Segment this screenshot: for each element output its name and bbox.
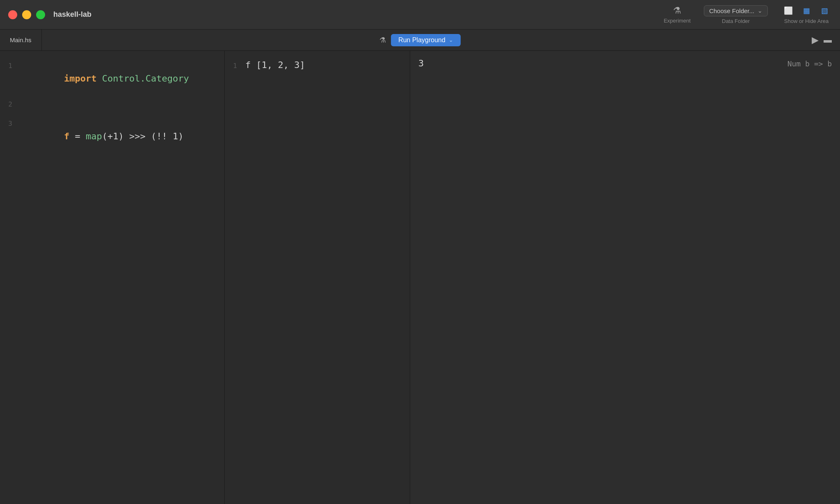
line-number-3: 3 <box>0 120 21 127</box>
titlebar: haskell-lab ⚗ Experiment Choose Folder..… <box>0 0 840 30</box>
func-map: map <box>86 131 102 141</box>
experiment-label: Experiment <box>664 18 691 24</box>
minimize-button[interactable] <box>22 10 31 19</box>
app-title: haskell-lab <box>53 10 91 19</box>
data-folder-button[interactable]: Choose Folder... ⌄ Data Folder <box>704 5 768 24</box>
traffic-lights <box>8 10 45 19</box>
output-panel: 3 Num b => b <box>410 51 840 504</box>
playground-panel[interactable]: 1 f [1, 2, 3] <box>225 51 410 504</box>
choose-folder-text: Choose Folder... <box>709 7 754 14</box>
playground-line-number-1: 1 <box>225 62 245 70</box>
experiment-icon: ⚗ <box>673 5 681 16</box>
code-line-2: 2 <box>0 100 224 115</box>
module-name: Control.Category <box>102 73 189 84</box>
file-tab-label: Main.hs <box>10 36 32 43</box>
func-def-name: f <box>64 131 69 141</box>
line-number-1: 1 <box>0 62 21 70</box>
flask-small-icon: ⚗ <box>379 36 386 45</box>
toolbar-right: ▶ ▬ <box>812 35 832 45</box>
playground-line-content-1: f [1, 2, 3] <box>245 58 305 72</box>
output-value-1: 3 <box>418 58 424 68</box>
experiment-button[interactable]: ⚗ Experiment <box>664 5 691 24</box>
file-tab[interactable]: Main.hs <box>0 30 42 50</box>
panel-icon-1[interactable]: ⬜ <box>781 5 796 16</box>
output-line-1: 3 Num b => b <box>410 57 840 73</box>
run-playground-chevron-icon: ⌄ <box>449 37 453 43</box>
toolbar-center: ⚗ Run Playground ⌄ <box>379 34 461 46</box>
line-content-1: import Control.Category <box>21 58 189 99</box>
maximize-button[interactable] <box>36 10 45 19</box>
line-number-2: 2 <box>0 100 21 108</box>
panel-icon-3[interactable]: ▧ <box>817 5 832 16</box>
playground-line-1: 1 f [1, 2, 3] <box>225 57 410 73</box>
titlebar-actions: ⚗ Experiment Choose Folder... ⌄ Data Fol… <box>664 5 832 24</box>
code-line-1: 1 import Control.Category <box>0 57 224 100</box>
toolbar: Main.hs ⚗ Run Playground ⌄ ▶ ▬ <box>0 30 840 51</box>
editor-panel[interactable]: 1 import Control.Category 2 3 f = map(+1… <box>0 51 225 504</box>
panel-icon-2[interactable]: ▦ <box>799 5 814 16</box>
output-type-1: Num b => b <box>788 59 832 68</box>
main-content: 1 import Control.Category 2 3 f = map(+1… <box>0 51 840 504</box>
keyword-import: import <box>64 73 96 84</box>
choose-folder-control[interactable]: Choose Folder... ⌄ <box>704 5 768 16</box>
choose-folder-chevron-icon: ⌄ <box>758 7 762 14</box>
panel-layout-icons: ⬜ ▦ ▧ <box>781 5 832 16</box>
code-line-3: 3 f = map(+1) >>> (!! 1) <box>0 115 224 157</box>
run-playground-button[interactable]: Run Playground ⌄ <box>391 34 461 46</box>
play-button[interactable]: ▶ <box>812 35 819 45</box>
run-playground-label: Run Playground <box>398 36 445 44</box>
line-content-3: f = map(+1) >>> (!! 1) <box>21 116 183 157</box>
show-hide-area-button[interactable]: ⬜ ▦ ▧ Show or Hide Area <box>781 5 832 24</box>
close-button[interactable] <box>8 10 17 19</box>
data-folder-label: Data Folder <box>722 18 750 24</box>
show-hide-label: Show or Hide Area <box>784 18 829 24</box>
sidebar-toggle-button[interactable]: ▬ <box>824 35 832 45</box>
